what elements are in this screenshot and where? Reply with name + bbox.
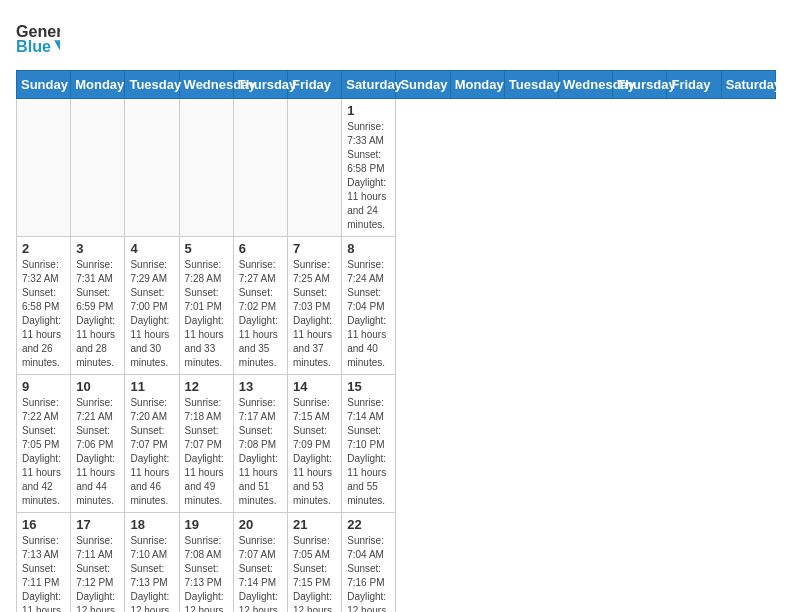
svg-marker-2: [54, 40, 60, 50]
calendar-day-cell: 18Sunrise: 7:10 AM Sunset: 7:13 PM Dayli…: [125, 513, 179, 613]
day-info: Sunrise: 7:18 AM Sunset: 7:07 PM Dayligh…: [185, 397, 224, 506]
day-of-week-header: Wednesday: [179, 71, 233, 99]
day-number: 3: [76, 241, 119, 256]
day-info: Sunrise: 7:21 AM Sunset: 7:06 PM Dayligh…: [76, 397, 115, 506]
day-of-week-header: Monday: [71, 71, 125, 99]
day-info: Sunrise: 7:33 AM Sunset: 6:58 PM Dayligh…: [347, 121, 386, 230]
calendar-day-cell: [125, 99, 179, 237]
day-number: 17: [76, 517, 119, 532]
day-info: Sunrise: 7:17 AM Sunset: 7:08 PM Dayligh…: [239, 397, 278, 506]
calendar-day-cell: 14Sunrise: 7:15 AM Sunset: 7:09 PM Dayli…: [288, 375, 342, 513]
day-info: Sunrise: 7:25 AM Sunset: 7:03 PM Dayligh…: [293, 259, 332, 368]
day-number: 10: [76, 379, 119, 394]
day-number: 12: [185, 379, 228, 394]
logo-icon: General Blue: [16, 16, 60, 60]
calendar-day-cell: 8Sunrise: 7:24 AM Sunset: 7:04 PM Daylig…: [342, 237, 396, 375]
day-of-week-header: Tuesday: [504, 71, 558, 99]
day-number: 8: [347, 241, 390, 256]
day-number: 19: [185, 517, 228, 532]
calendar-week-row: 1Sunrise: 7:33 AM Sunset: 6:58 PM Daylig…: [17, 99, 776, 237]
calendar-day-cell: 19Sunrise: 7:08 AM Sunset: 7:13 PM Dayli…: [179, 513, 233, 613]
calendar-week-row: 9Sunrise: 7:22 AM Sunset: 7:05 PM Daylig…: [17, 375, 776, 513]
day-of-week-header: Monday: [450, 71, 504, 99]
calendar-day-cell: 10Sunrise: 7:21 AM Sunset: 7:06 PM Dayli…: [71, 375, 125, 513]
calendar-day-cell: 3Sunrise: 7:31 AM Sunset: 6:59 PM Daylig…: [71, 237, 125, 375]
day-info: Sunrise: 7:13 AM Sunset: 7:11 PM Dayligh…: [22, 535, 61, 612]
day-number: 7: [293, 241, 336, 256]
day-info: Sunrise: 7:22 AM Sunset: 7:05 PM Dayligh…: [22, 397, 61, 506]
logo: General Blue: [16, 16, 60, 60]
day-info: Sunrise: 7:05 AM Sunset: 7:15 PM Dayligh…: [293, 535, 332, 612]
calendar-day-cell: 13Sunrise: 7:17 AM Sunset: 7:08 PM Dayli…: [233, 375, 287, 513]
day-number: 22: [347, 517, 390, 532]
calendar-day-cell: [17, 99, 71, 237]
day-number: 2: [22, 241, 65, 256]
calendar-week-row: 2Sunrise: 7:32 AM Sunset: 6:58 PM Daylig…: [17, 237, 776, 375]
calendar-header-row: SundayMondayTuesdayWednesdayThursdayFrid…: [17, 71, 776, 99]
day-info: Sunrise: 7:24 AM Sunset: 7:04 PM Dayligh…: [347, 259, 386, 368]
day-info: Sunrise: 7:27 AM Sunset: 7:02 PM Dayligh…: [239, 259, 278, 368]
day-of-week-header: Wednesday: [559, 71, 613, 99]
calendar-day-cell: 5Sunrise: 7:28 AM Sunset: 7:01 PM Daylig…: [179, 237, 233, 375]
day-of-week-header: Saturday: [721, 71, 775, 99]
day-number: 1: [347, 103, 390, 118]
day-of-week-header: Sunday: [17, 71, 71, 99]
calendar-day-cell: 4Sunrise: 7:29 AM Sunset: 7:00 PM Daylig…: [125, 237, 179, 375]
page-header: General Blue: [16, 16, 776, 60]
day-info: Sunrise: 7:32 AM Sunset: 6:58 PM Dayligh…: [22, 259, 61, 368]
svg-text:Blue: Blue: [16, 37, 51, 55]
calendar-day-cell: [233, 99, 287, 237]
calendar-day-cell: 17Sunrise: 7:11 AM Sunset: 7:12 PM Dayli…: [71, 513, 125, 613]
calendar-day-cell: 11Sunrise: 7:20 AM Sunset: 7:07 PM Dayli…: [125, 375, 179, 513]
day-number: 14: [293, 379, 336, 394]
calendar-day-cell: [288, 99, 342, 237]
day-number: 11: [130, 379, 173, 394]
day-number: 4: [130, 241, 173, 256]
day-number: 18: [130, 517, 173, 532]
day-number: 21: [293, 517, 336, 532]
day-number: 5: [185, 241, 228, 256]
day-of-week-header: Friday: [288, 71, 342, 99]
calendar-day-cell: 12Sunrise: 7:18 AM Sunset: 7:07 PM Dayli…: [179, 375, 233, 513]
day-info: Sunrise: 7:20 AM Sunset: 7:07 PM Dayligh…: [130, 397, 169, 506]
calendar-day-cell: [179, 99, 233, 237]
day-number: 16: [22, 517, 65, 532]
day-number: 9: [22, 379, 65, 394]
day-info: Sunrise: 7:15 AM Sunset: 7:09 PM Dayligh…: [293, 397, 332, 506]
day-info: Sunrise: 7:10 AM Sunset: 7:13 PM Dayligh…: [130, 535, 169, 612]
calendar-day-cell: 22Sunrise: 7:04 AM Sunset: 7:16 PM Dayli…: [342, 513, 396, 613]
day-info: Sunrise: 7:14 AM Sunset: 7:10 PM Dayligh…: [347, 397, 386, 506]
calendar-day-cell: [71, 99, 125, 237]
day-info: Sunrise: 7:29 AM Sunset: 7:00 PM Dayligh…: [130, 259, 169, 368]
day-of-week-header: Saturday: [342, 71, 396, 99]
calendar-day-cell: 6Sunrise: 7:27 AM Sunset: 7:02 PM Daylig…: [233, 237, 287, 375]
calendar-day-cell: 1Sunrise: 7:33 AM Sunset: 6:58 PM Daylig…: [342, 99, 396, 237]
day-info: Sunrise: 7:11 AM Sunset: 7:12 PM Dayligh…: [76, 535, 115, 612]
day-of-week-header: Tuesday: [125, 71, 179, 99]
calendar-day-cell: 15Sunrise: 7:14 AM Sunset: 7:10 PM Dayli…: [342, 375, 396, 513]
day-number: 20: [239, 517, 282, 532]
day-info: Sunrise: 7:08 AM Sunset: 7:13 PM Dayligh…: [185, 535, 224, 612]
calendar-day-cell: 21Sunrise: 7:05 AM Sunset: 7:15 PM Dayli…: [288, 513, 342, 613]
calendar-week-row: 16Sunrise: 7:13 AM Sunset: 7:11 PM Dayli…: [17, 513, 776, 613]
calendar-day-cell: 20Sunrise: 7:07 AM Sunset: 7:14 PM Dayli…: [233, 513, 287, 613]
day-info: Sunrise: 7:31 AM Sunset: 6:59 PM Dayligh…: [76, 259, 115, 368]
calendar-day-cell: 16Sunrise: 7:13 AM Sunset: 7:11 PM Dayli…: [17, 513, 71, 613]
calendar-day-cell: 2Sunrise: 7:32 AM Sunset: 6:58 PM Daylig…: [17, 237, 71, 375]
day-number: 13: [239, 379, 282, 394]
day-of-week-header: Sunday: [396, 71, 450, 99]
calendar-table: SundayMondayTuesdayWednesdayThursdayFrid…: [16, 70, 776, 612]
day-info: Sunrise: 7:07 AM Sunset: 7:14 PM Dayligh…: [239, 535, 278, 612]
day-number: 6: [239, 241, 282, 256]
day-of-week-header: Thursday: [613, 71, 667, 99]
day-of-week-header: Thursday: [233, 71, 287, 99]
calendar-day-cell: 7Sunrise: 7:25 AM Sunset: 7:03 PM Daylig…: [288, 237, 342, 375]
day-of-week-header: Friday: [667, 71, 721, 99]
day-info: Sunrise: 7:04 AM Sunset: 7:16 PM Dayligh…: [347, 535, 386, 612]
calendar-day-cell: 9Sunrise: 7:22 AM Sunset: 7:05 PM Daylig…: [17, 375, 71, 513]
day-number: 15: [347, 379, 390, 394]
day-info: Sunrise: 7:28 AM Sunset: 7:01 PM Dayligh…: [185, 259, 224, 368]
